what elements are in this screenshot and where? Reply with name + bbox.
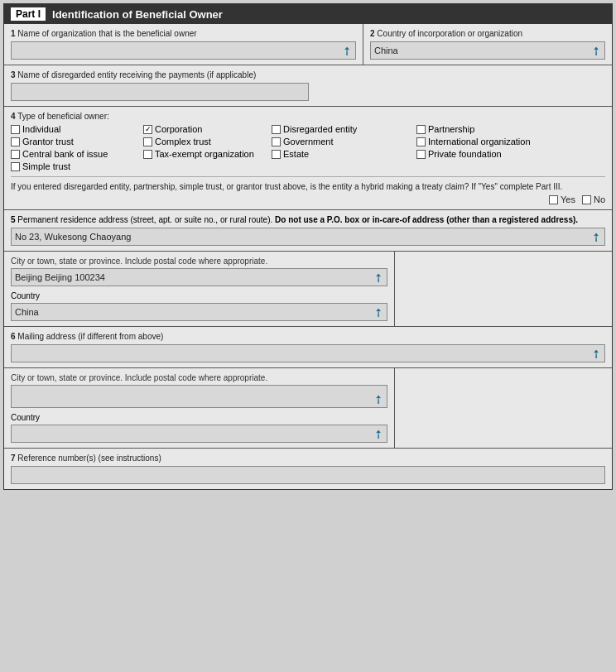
grantor-label: Grantor trust bbox=[22, 137, 74, 146]
section1-label: 1 Name of organization that is the benef… bbox=[11, 29, 356, 38]
privatefoundation-checkbox[interactable] bbox=[416, 150, 426, 159]
section6-country-label: Country bbox=[11, 413, 387, 422]
section4-num: 4 bbox=[11, 112, 16, 121]
grantor-checkbox[interactable] bbox=[11, 137, 20, 146]
cb-corporation: Corporation bbox=[143, 124, 272, 134]
address-split-5: City or town, state or province. Include… bbox=[4, 252, 612, 327]
part-title: Identification of Beneficial Owner bbox=[52, 8, 223, 21]
individual-checkbox[interactable] bbox=[11, 125, 20, 134]
edit-icon-5: ➚ bbox=[588, 228, 604, 245]
section7-text: Reference number(s) (see instructions) bbox=[17, 454, 161, 463]
complex-label: Complex trust bbox=[155, 137, 211, 146]
section2-input[interactable]: China ➚ bbox=[370, 41, 605, 60]
section5-country-value: China bbox=[15, 307, 39, 317]
centralbank-label: Central bank of issue bbox=[22, 149, 108, 159]
section-2: 2 Country of incorporation or organizati… bbox=[363, 24, 612, 65]
intlorg-checkbox[interactable] bbox=[416, 137, 426, 146]
checkbox-row-3: Central bank of issue Tax-exempt organiz… bbox=[11, 149, 605, 159]
estate-label: Estate bbox=[283, 149, 309, 159]
section6-input[interactable]: ➚ bbox=[11, 344, 605, 362]
edit-icon-5city: ➚ bbox=[370, 269, 387, 286]
section2-value: China bbox=[374, 46, 398, 55]
row-1-2: 1 Name of organization that is the benef… bbox=[4, 24, 612, 65]
section5-address-input[interactable]: No 23, Wukesong Chaoyang ➚ bbox=[11, 228, 605, 246]
cb-simple: Simple trust bbox=[11, 161, 143, 171]
yes-option: Yes bbox=[549, 194, 575, 204]
section-7: 7 Reference number(s) (see instructions) bbox=[4, 449, 612, 489]
section-6: 6 Mailing address (if different from abo… bbox=[4, 327, 612, 368]
section1-num: 1 bbox=[11, 29, 16, 38]
section5-address-value: No 23, Wukesong Chaoyang bbox=[15, 232, 131, 242]
no-checkbox[interactable] bbox=[582, 195, 591, 204]
section6-city-label: City or town, state or province. Include… bbox=[11, 373, 387, 382]
government-label: Government bbox=[283, 137, 334, 146]
address-split-6: City or town, state or province. Include… bbox=[4, 368, 612, 449]
cb-intl-org: International organization bbox=[416, 137, 545, 146]
government-checkbox[interactable] bbox=[272, 137, 281, 146]
checkbox-row-1: Individual Corporation Disregarded entit… bbox=[11, 124, 605, 134]
section3-text: Name of disregarded entity receiving the… bbox=[17, 70, 256, 79]
section2-label: 2 Country of incorporation or organizati… bbox=[370, 29, 605, 38]
section1-text: Name of organization that is the benefic… bbox=[17, 29, 196, 38]
corporation-checkbox[interactable] bbox=[143, 125, 152, 134]
section-5: 5 Permanent residence address (street, a… bbox=[4, 210, 612, 252]
cb-central-bank: Central bank of issue bbox=[11, 149, 143, 159]
section3-num: 3 bbox=[11, 70, 16, 79]
section3-label: 3 Name of disregarded entity receiving t… bbox=[11, 70, 605, 79]
edit-icon-2: ➚ bbox=[588, 42, 604, 59]
hybrid-text: If you entered disregarded entity, partn… bbox=[11, 182, 562, 191]
corporation-label: Corporation bbox=[155, 124, 202, 134]
no-label: No bbox=[594, 194, 605, 204]
section1-input[interactable]: ➚ bbox=[11, 41, 356, 60]
section6-city-input[interactable]: ➚ bbox=[11, 385, 387, 408]
cb-grantor: Grantor trust bbox=[11, 137, 143, 146]
no-option: No bbox=[582, 194, 605, 204]
part-header: Part I Identification of Beneficial Owne… bbox=[4, 4, 612, 24]
section7-label: 7 Reference number(s) (see instructions) bbox=[11, 454, 605, 463]
taxexempt-label: Tax-exempt organization bbox=[155, 149, 254, 159]
section6-country-input[interactable]: ➚ bbox=[11, 425, 387, 443]
section6-label: 6 Mailing address (if different from abo… bbox=[11, 332, 605, 341]
yes-checkbox[interactable] bbox=[549, 195, 558, 204]
checkbox-row-4: Simple trust bbox=[11, 161, 605, 171]
section4-text: Type of beneficial owner: bbox=[17, 112, 109, 121]
section5-city-col: City or town, state or province. Include… bbox=[4, 252, 395, 326]
edit-icon-1: ➚ bbox=[339, 42, 355, 59]
cb-individual: Individual bbox=[11, 124, 143, 134]
hybrid-section: If you entered disregarded entity, partn… bbox=[11, 176, 605, 204]
section5-city-label: City or town, state or province. Include… bbox=[11, 257, 387, 266]
partnership-checkbox[interactable] bbox=[416, 125, 426, 134]
section2-num: 2 bbox=[370, 29, 375, 38]
taxexempt-checkbox[interactable] bbox=[143, 150, 152, 159]
checkbox-row-2: Grantor trust Complex trust Government I… bbox=[11, 137, 605, 146]
centralbank-checkbox[interactable] bbox=[11, 150, 20, 159]
section3-input[interactable] bbox=[11, 83, 309, 101]
cb-government: Government bbox=[272, 137, 416, 146]
cb-partnership: Partnership bbox=[416, 124, 545, 134]
simpletrust-checkbox[interactable] bbox=[11, 162, 20, 171]
simpletrust-label: Simple trust bbox=[22, 161, 70, 171]
section7-num: 7 bbox=[11, 454, 16, 463]
section5-country-label: Country bbox=[11, 291, 387, 300]
complex-checkbox[interactable] bbox=[143, 137, 152, 146]
section-1: 1 Name of organization that is the benef… bbox=[4, 24, 363, 65]
section6-num: 6 bbox=[11, 332, 16, 341]
edit-icon-6: ➚ bbox=[588, 345, 604, 362]
cb-private-foundation: Private foundation bbox=[416, 149, 545, 159]
section5-city-input[interactable]: Beijing Beijing 100234 ➚ bbox=[11, 268, 387, 286]
section5-country-input[interactable]: China ➚ bbox=[11, 303, 387, 321]
section2-text: Country of incorporation or organization bbox=[377, 29, 522, 38]
section5-num: 5 bbox=[11, 215, 16, 224]
section5-text-bold: Do not use a P.O. box or in-care-of addr… bbox=[275, 215, 578, 224]
section7-input[interactable] bbox=[11, 466, 605, 484]
cb-taxexempt: Tax-exempt organization bbox=[143, 149, 272, 159]
section5-city-value: Beijing Beijing 100234 bbox=[15, 272, 105, 282]
disregarded-checkbox[interactable] bbox=[272, 125, 281, 134]
section6-city-col: City or town, state or province. Include… bbox=[4, 368, 395, 448]
section5-label: 5 Permanent residence address (street, a… bbox=[11, 215, 605, 224]
estate-checkbox[interactable] bbox=[272, 150, 281, 159]
section-3: 3 Name of disregarded entity receiving t… bbox=[4, 65, 612, 107]
partnership-label: Partnership bbox=[428, 124, 474, 134]
section5-text-normal: Permanent residence address (street, apt… bbox=[17, 215, 272, 224]
section4-label: 4 Type of beneficial owner: bbox=[11, 112, 605, 121]
